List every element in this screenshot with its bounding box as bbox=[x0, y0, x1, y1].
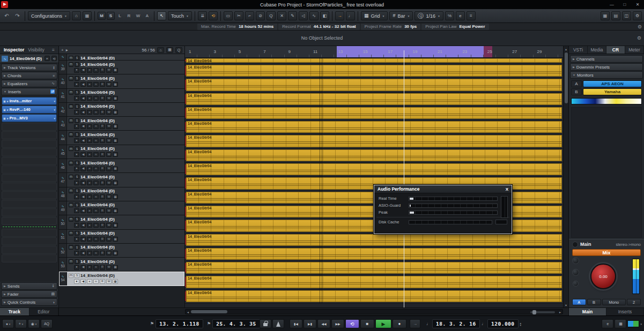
solo-button[interactable]: s bbox=[75, 76, 79, 81]
project-cursor[interactable] bbox=[404, 50, 404, 307]
tempo-value[interactable]: 120.000 bbox=[487, 319, 519, 328]
track-row[interactable]: ∿ 45 m s 14_ElecGtr04 (D) ● ◀ e ∞ R W ▦ bbox=[59, 145, 184, 159]
record-arm-icon[interactable]: ● bbox=[74, 82, 79, 87]
insert-slot-empty[interactable] bbox=[2, 157, 57, 165]
mute-button[interactable]: m bbox=[69, 273, 73, 278]
read-automation-icon[interactable]: R bbox=[100, 110, 105, 115]
freeze-icon[interactable]: ∞ bbox=[93, 110, 99, 115]
object-selection-tool[interactable]: ↖ bbox=[157, 11, 166, 20]
inspector-tab[interactable]: Inspector bbox=[4, 47, 24, 52]
edit-channel-icon[interactable]: e bbox=[87, 138, 92, 143]
solo-button[interactable]: s bbox=[75, 118, 79, 123]
bottom-zone-tab[interactable]: Inserts bbox=[606, 308, 644, 315]
performance-meter-widget[interactable] bbox=[627, 320, 639, 327]
freeze-icon[interactable]: ∞ bbox=[93, 180, 99, 185]
freeze-icon[interactable]: ∞ bbox=[93, 251, 99, 255]
vertical-scrollbar[interactable]: ▴ ▾ bbox=[563, 46, 568, 307]
mute-button[interactable]: m bbox=[69, 146, 73, 151]
lane-display-icon[interactable]: ▦ bbox=[113, 279, 118, 284]
record-button[interactable]: ● bbox=[393, 319, 406, 328]
track-row[interactable]: ∿ 50 m s 14_ElecGtr04 (D) ● ◀ e ∞ R W ▦ bbox=[59, 215, 184, 229]
scroll-right-icon[interactable]: ▸ bbox=[558, 310, 562, 314]
track-row[interactable]: ∿ 41 m s 14_ElecGtr04 (D) ● ◀ e ∞ R W ▦ bbox=[59, 89, 184, 103]
insert-slot-filled[interactable]: ▣ e Pro...MV3 ▾ bbox=[2, 114, 57, 122]
monitor-icon[interactable]: ◀ bbox=[80, 251, 86, 255]
audio-event[interactable]: 14_ElecGtr04 bbox=[186, 107, 562, 119]
cycle-button[interactable]: ⟲ bbox=[345, 319, 359, 328]
goto-previous-marker-button[interactable]: ▮◀ bbox=[290, 319, 302, 328]
dim-knob[interactable] bbox=[572, 257, 579, 264]
global-state-button[interactable]: A bbox=[143, 12, 151, 20]
inspector-section[interactable]: ▶ Equalizers ∿ bbox=[1, 80, 57, 87]
track-row[interactable]: ∿ 43 m s 14_ElecGtr04 (D) ● ◀ e ∞ R W ▦ bbox=[59, 117, 184, 131]
monitor-icon[interactable]: ◀ bbox=[80, 223, 86, 228]
track-handle[interactable]: ∿ 54 bbox=[59, 272, 67, 285]
edit-channel-icon[interactable]: e bbox=[87, 194, 92, 199]
mute-button[interactable]: m bbox=[69, 132, 73, 137]
read-automation-icon[interactable]: R bbox=[100, 237, 105, 242]
track-handle[interactable]: ∿ 45 bbox=[59, 145, 67, 159]
solo-button[interactable]: s bbox=[75, 56, 79, 61]
tempo-spinner[interactable]: ▴ ▾ bbox=[520, 322, 522, 326]
write-automation-icon[interactable]: W bbox=[106, 237, 112, 242]
right-zone-section[interactable]: ▼ Monitors bbox=[570, 71, 643, 79]
record-arm-icon[interactable]: ● bbox=[74, 138, 79, 143]
monitor-name[interactable]: APS AEON bbox=[583, 80, 642, 87]
window-layout-icon[interactable]: ▦ bbox=[83, 11, 92, 20]
record-arm-icon[interactable]: ● bbox=[74, 251, 79, 255]
inspector-section[interactable]: ▶ Sends ⇓ bbox=[1, 282, 57, 290]
freeze-icon[interactable]: ∞ bbox=[93, 152, 99, 157]
lane-display-icon[interactable]: ▦ bbox=[113, 68, 118, 73]
monitor-icon[interactable]: ◀ bbox=[80, 208, 86, 213]
lane-display-icon[interactable]: ▦ bbox=[113, 237, 118, 242]
read-automation-icon[interactable]: R bbox=[100, 82, 105, 87]
audio-performance-titlebar[interactable]: Audio Performance X bbox=[374, 185, 512, 193]
mute-button[interactable]: m bbox=[69, 231, 73, 236]
write-automation-icon[interactable]: W bbox=[106, 279, 112, 284]
reference-level-knob[interactable] bbox=[573, 281, 579, 287]
control-room-button[interactable]: Mono bbox=[602, 299, 626, 305]
read-automation-icon[interactable]: R bbox=[100, 194, 105, 199]
edit-channel-icon[interactable]: e bbox=[87, 167, 92, 171]
track-handle[interactable]: ∿ 53 bbox=[59, 258, 67, 271]
freeze-icon[interactable]: ∞ bbox=[93, 82, 99, 87]
freeze-icon[interactable]: ∞ bbox=[93, 265, 99, 270]
edit-channel-icon[interactable]: e bbox=[87, 152, 92, 157]
inspector-track-header[interactable]: ∿ 14_ElecGtr04 (D) e ⟲ bbox=[0, 54, 58, 63]
lower-zone-toggle-icon[interactable]: ▤ bbox=[611, 11, 620, 20]
audio-event[interactable]: 14_ElecGtr04 bbox=[186, 121, 562, 133]
audio-event[interactable]: 14_ElecGtr04 bbox=[186, 163, 562, 175]
color-tool[interactable]: ◧ bbox=[320, 11, 329, 20]
write-automation-icon[interactable]: W bbox=[106, 82, 112, 87]
read-automation-icon[interactable]: R bbox=[100, 152, 105, 157]
track-row[interactable]: ∿ 54 m s 14_ElecGtr04 (D) ● ◀ e ∞ R W ▦ bbox=[59, 272, 184, 285]
monitor-icon[interactable]: ◀ bbox=[80, 96, 86, 101]
edit-channel-icon[interactable]: e bbox=[45, 56, 50, 61]
freeze-icon[interactable]: ∞ bbox=[93, 194, 99, 199]
insert-slot-empty[interactable] bbox=[2, 140, 57, 148]
track-handle[interactable]: ∿ 41 bbox=[59, 89, 67, 102]
lane-display-icon[interactable]: ▦ bbox=[113, 251, 118, 255]
track-row[interactable]: ∿ 52 m s 14_ElecGtr04 (D) ● ◀ e ∞ R W ▦ bbox=[59, 244, 184, 258]
transport-grid-icon[interactable]: ▦ bbox=[615, 319, 626, 328]
insert-slot-empty[interactable] bbox=[2, 183, 57, 191]
bypass-icon[interactable]: ▣ bbox=[3, 108, 6, 111]
read-automation-icon[interactable]: R bbox=[100, 138, 105, 143]
record-arm-icon[interactable]: ● bbox=[74, 110, 79, 115]
status-gear-icon[interactable]: ⚙ bbox=[637, 35, 641, 41]
insert-slot-empty[interactable] bbox=[2, 217, 57, 225]
monitor-icon[interactable]: ◀ bbox=[80, 167, 86, 171]
record-arm-icon[interactable]: ● bbox=[74, 124, 79, 129]
minimize-button[interactable]: — bbox=[605, 1, 618, 9]
insert-slot-empty[interactable] bbox=[2, 200, 57, 208]
info-line-item[interactable]: Record Format 44.1 kHz - 32 bit float bbox=[278, 24, 360, 30]
read-automation-icon[interactable]: R bbox=[100, 208, 105, 213]
solo-button[interactable]: s bbox=[75, 62, 79, 67]
global-state-button[interactable]: L bbox=[116, 12, 124, 20]
lane-display-icon[interactable]: ▦ bbox=[113, 82, 118, 87]
write-automation-icon[interactable]: W bbox=[106, 152, 112, 157]
secondary-time-display[interactable]: ⚑ 25. 4. 3. 35 bbox=[207, 319, 260, 328]
audio-event[interactable]: 14_ElecGtr04 bbox=[186, 93, 562, 105]
solo-button[interactable]: s bbox=[75, 245, 79, 250]
draw-tool[interactable]: ✎ bbox=[288, 11, 297, 20]
